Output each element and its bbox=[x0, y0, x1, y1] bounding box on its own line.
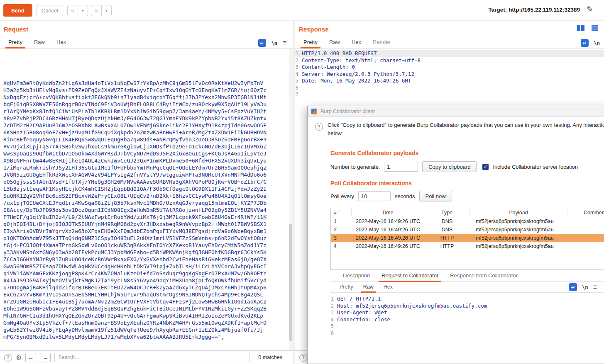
next-request-button[interactable]: > bbox=[91, 5, 101, 16]
response-line: 6 bbox=[295, 85, 604, 92]
interaction-row[interactable]: 1 2022-May-16 16:49:26 UTC DNS mf52jersq… bbox=[331, 217, 604, 226]
include-server-location-checkbox[interactable]: ✓ bbox=[482, 164, 489, 170]
help-icon[interactable]: ? bbox=[299, 354, 307, 362]
columns-icon bbox=[581, 25, 584, 31]
column-header-payload[interactable]: Payload bbox=[470, 208, 567, 217]
request-body-line: mPG/5ynOBMxdDilwx5LMdyLMdyLMdyLJ71/wMqbX… bbox=[3, 333, 289, 340]
layout-stacked-button[interactable] bbox=[590, 24, 600, 32]
response-tab-render[interactable]: Render bbox=[367, 37, 396, 48]
collaborator-window: Burp Collaborator client ? Click "Copy t… bbox=[307, 106, 604, 364]
column-header-type[interactable]: Type bbox=[424, 208, 470, 217]
word-wrap-icon[interactable]: ↵ bbox=[569, 283, 577, 291]
help-icon[interactable]: ? bbox=[4, 354, 12, 362]
tab-description[interactable]: Description bbox=[337, 270, 376, 281]
request-body-line: I8Aicy/DpTbJPO93ds3ov1DczOgum1ICdNO8Egx2… bbox=[3, 206, 289, 214]
request-body-line: SuQNK1ZqV2VhFBc6idS2IPBcxvWZePryCExO8L+U… bbox=[3, 192, 289, 199]
request-body-line: oO5OgjsssSTAUn1Vsd+1fUTXj/YNeQg3OH26M/NV… bbox=[3, 178, 289, 185]
line-text: User-Agent: Wget bbox=[337, 309, 387, 316]
request-body-line: o1QKTDOhAdmVZ95kJTToQidg6NMZ1CSpyIO483uE… bbox=[3, 235, 289, 242]
collaborator-intro-text: Click "Copy to clipboard" to generate Bu… bbox=[328, 121, 604, 138]
request-scrollbar[interactable] bbox=[289, 49, 293, 350]
interaction-row[interactable]: 4 2022-May-16 16:49:26 UTC HTTP mf52jers… bbox=[331, 242, 604, 250]
response-line: 5 Date: Mon, 16 May 2022 16:49:26 GMT bbox=[295, 78, 604, 85]
line-number: 7 bbox=[295, 91, 302, 98]
search-prev-button[interactable]: ← bbox=[25, 353, 36, 362]
request-body-line: A4IAJS93G9AIKyjWYOViVjktSMgKJZTAi9ycLN8s… bbox=[3, 277, 289, 284]
word-wrap-icon[interactable]: ↵ bbox=[258, 39, 266, 47]
column-header-comment[interactable]: Comment bbox=[567, 208, 604, 217]
line-text: GET / HTTP/1.1 bbox=[337, 296, 381, 303]
response-tab-pretty[interactable]: Pretty bbox=[298, 37, 323, 48]
interaction-row[interactable]: 2 2022-May-16 16:49:26 UTC DNS mf52jersq… bbox=[331, 226, 604, 234]
request-tab-pretty[interactable]: Pretty bbox=[2, 37, 28, 48]
cell-number: 2 bbox=[331, 227, 352, 233]
rows-icon bbox=[592, 27, 598, 29]
word-wrap-icon[interactable]: ↵ bbox=[581, 39, 589, 47]
request-panel: Request Pretty Raw Hex ↵ \n ≡ XqUvPm3eRt… bbox=[0, 21, 293, 364]
editor-menu-icon[interactable]: ≡ bbox=[593, 284, 597, 291]
line-number: 1 bbox=[330, 296, 337, 303]
newline-toggle-icon[interactable]: \n bbox=[271, 40, 277, 46]
request-body-line: gwEb62YTwz8V4i6jYEqAyDMvlmamV19fz51dWVqT… bbox=[3, 326, 289, 333]
request-tabs: Pretty Raw Hex bbox=[0, 37, 293, 49]
newline-toggle-icon[interactable]: \n bbox=[582, 284, 588, 290]
line-number: 6 bbox=[330, 330, 337, 337]
prev-request-dropdown[interactable]: ▾ bbox=[78, 5, 88, 16]
search-input[interactable] bbox=[54, 353, 249, 362]
poll-controls-row: Poll every seconds Poll now bbox=[330, 191, 452, 201]
prev-request-button[interactable]: < bbox=[68, 5, 78, 16]
request-editor[interactable]: XqUvPm3eRt8yKcWbZn2fLg6sJdHa4oTiVx1uNqEw… bbox=[0, 49, 289, 350]
editor-menu-icon[interactable]: ≡ bbox=[283, 39, 287, 46]
edit-target-icon[interactable]: ✎ bbox=[587, 5, 593, 14]
collab-tab-pretty[interactable]: Pretty bbox=[335, 282, 358, 292]
cell-number: 4 bbox=[331, 243, 352, 249]
poll-interval-input[interactable] bbox=[358, 191, 391, 201]
newline-toggle-icon[interactable]: \n bbox=[594, 40, 600, 46]
cancel-button[interactable]: Cancel bbox=[37, 5, 63, 16]
request-tab-raw[interactable]: Raw bbox=[28, 37, 51, 48]
cell-type: DNS bbox=[424, 227, 470, 233]
seconds-label: seconds bbox=[395, 193, 415, 199]
line-text: Content-Length: 0 bbox=[302, 64, 355, 71]
interaction-row[interactable]: 3 2022-May-16 16:49:26 UTC HTTP mf52jers… bbox=[331, 234, 604, 242]
response-tab-raw[interactable]: Raw bbox=[323, 37, 346, 48]
line-number: 1 bbox=[295, 50, 302, 57]
cell-time: 2022-May-16 16:49:26 UTC bbox=[352, 227, 424, 233]
request-scrollbar-thumb[interactable] bbox=[289, 224, 292, 342]
copy-to-clipboard-button[interactable]: Copy to clipboard bbox=[422, 161, 477, 172]
next-request-dropdown[interactable]: ▾ bbox=[101, 5, 111, 16]
cell-payload: mf52jersq6p5pnrknjcxskrogfm5au bbox=[470, 227, 567, 233]
sort-ascending-icon: ^ bbox=[338, 210, 340, 215]
collaborator-request-editor[interactable]: 1 GET / HTTP/1.1 2 Host: mf52jersq6p5pnr… bbox=[330, 293, 604, 364]
cell-number: 1 bbox=[331, 218, 352, 224]
request-body-line: JV8N5zzGUOgEHfkRdXWccXFAGWV4zV94LPYsIgA2… bbox=[3, 171, 289, 178]
layout-columns-button[interactable] bbox=[576, 24, 586, 32]
rows-icon bbox=[592, 25, 598, 27]
collaborator-request-line: 6 bbox=[330, 330, 604, 337]
collaborator-titlebar[interactable]: Burp Collaborator client bbox=[308, 106, 604, 117]
poll-now-button[interactable]: Poll now bbox=[419, 191, 452, 201]
response-panel-title: Response bbox=[299, 26, 329, 33]
interactions-table-body: 1 2022-May-16 16:49:26 UTC DNS mf52jersq… bbox=[331, 217, 604, 250]
settings-gear-icon[interactable]: ⚙ bbox=[16, 354, 22, 362]
tab-request-to-collaborator[interactable]: Request to Collaborator bbox=[376, 270, 444, 281]
burp-collaborator-icon bbox=[311, 109, 317, 114]
line-number: 6 bbox=[295, 85, 302, 92]
request-body-line: 6KSHnz15B08oq9oFZvH+jz9vpM1fG9CqUiXqkpdn… bbox=[3, 129, 289, 136]
tab-response-from-collaborator[interactable]: Response from Collaborator bbox=[444, 270, 523, 281]
help-icon[interactable]: ? bbox=[315, 123, 323, 131]
column-header-time[interactable]: Time bbox=[352, 208, 424, 217]
collab-tab-raw[interactable]: Raw bbox=[358, 282, 379, 292]
response-tab-hex[interactable]: Hex bbox=[346, 37, 367, 48]
search-next-button[interactable]: → bbox=[40, 353, 51, 362]
number-to-generate-input[interactable] bbox=[384, 162, 418, 172]
request-tab-hex[interactable]: Hex bbox=[51, 37, 72, 48]
send-button[interactable]: Send bbox=[3, 4, 32, 17]
request-body-line: XqUvPm3eRt8yKcWbZn2fLg6sJdHa4oTiVx1uNqEw… bbox=[3, 80, 289, 87]
response-line: 1 HTTP/1.0 400 BAD REQUEST bbox=[295, 50, 604, 57]
line-number: 3 bbox=[330, 309, 337, 316]
collab-tab-hex[interactable]: Hex bbox=[379, 282, 398, 292]
request-body-line: VrZU1GMzeHubic1FE4u1B5j7uomA7Nvz2mZ6CWtO… bbox=[3, 298, 289, 305]
request-body-line: PV7UjxiXLpjTqS7rATSBohvSwJhxUCs9kmurGKgi… bbox=[3, 143, 289, 150]
column-header-number[interactable]: # ^ bbox=[331, 208, 352, 217]
